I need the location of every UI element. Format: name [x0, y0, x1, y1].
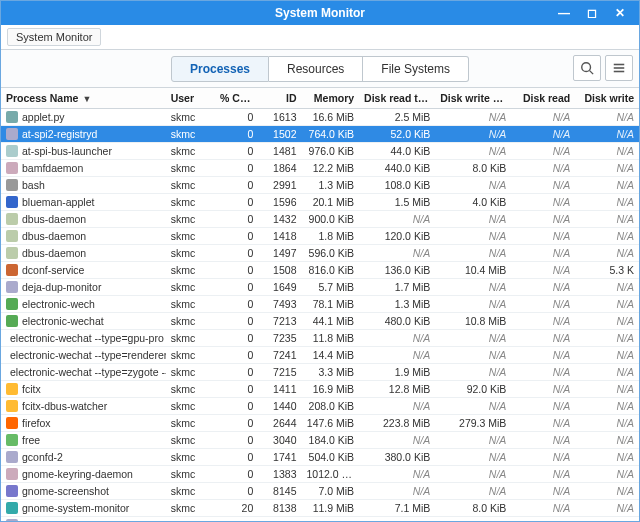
col-id[interactable]: ID — [258, 88, 301, 109]
cell-disk-write: N/A — [575, 160, 639, 177]
cell-id: 1741 — [258, 449, 301, 466]
cell-disk-read: N/A — [511, 109, 575, 126]
process-name-label: applet.py — [22, 111, 65, 123]
cell-disk-write: N/A — [575, 483, 639, 500]
cell-memory: 5.7 MiB — [301, 279, 359, 296]
table-row[interactable]: dbus-daemonskmc01497596.0 KiBN/AN/AN/AN/… — [1, 245, 639, 262]
table-row[interactable]: dbus-daemonskmc01432900.0 KiBN/AN/AN/AN/… — [1, 211, 639, 228]
cell-process-name: electronic-wechat — [1, 313, 166, 330]
process-name-label: at-spi-bus-launcher — [22, 145, 112, 157]
table-row[interactable]: at-spi2-registrydskmc01502764.0 KiB52.0 … — [1, 126, 639, 143]
cell-disk-write: N/A — [575, 296, 639, 313]
cell-user: skmc — [166, 262, 215, 279]
table-row[interactable]: freeskmc03040184.0 KiBN/AN/AN/AN/A — [1, 432, 639, 449]
col-cpu[interactable]: % CPU — [215, 88, 258, 109]
tab-filesystems[interactable]: File Systems — [363, 56, 469, 82]
col-user[interactable]: User — [166, 88, 215, 109]
cell-user: skmc — [166, 330, 215, 347]
cell-id: 1564 — [258, 517, 301, 522]
cell-disk-write: N/A — [575, 143, 639, 160]
table-row[interactable]: gvfs-afc-volume-monitorskmc01564880.0 Ki… — [1, 517, 639, 522]
cell-disk-write-total: N/A — [435, 177, 511, 194]
cell-cpu: 0 — [215, 449, 258, 466]
table-row[interactable]: gnome-system-monitorskmc20813811.9 MiB7.… — [1, 500, 639, 517]
col-process-name[interactable]: Process Name▼ — [1, 88, 166, 109]
table-row[interactable]: gnome-screenshotskmc081457.0 MiBN/AN/AN/… — [1, 483, 639, 500]
cell-cpu: 0 — [215, 109, 258, 126]
process-name-label: at-spi2-registryd — [22, 128, 97, 140]
cell-disk-write-total: N/A — [435, 466, 511, 483]
pathbar-label[interactable]: System Monitor — [7, 28, 101, 46]
col-disk-read-total[interactable]: Disk read total — [359, 88, 435, 109]
table-row[interactable]: fcitx-dbus-watcherskmc01440208.0 KiBN/AN… — [1, 398, 639, 415]
cell-disk-read: N/A — [511, 160, 575, 177]
table-row[interactable]: gnome-keyring-daemonskmc013831012.0 KiBN… — [1, 466, 639, 483]
cell-disk-write: N/A — [575, 211, 639, 228]
cell-process-name: electronic-wechat --type=gpu-pro — [1, 330, 166, 347]
table-row[interactable]: deja-dup-monitorskmc016495.7 MiB1.7 MiBN… — [1, 279, 639, 296]
table-row[interactable]: dconf-serviceskmc01508816.0 KiB136.0 KiB… — [1, 262, 639, 279]
cell-cpu: 0 — [215, 330, 258, 347]
table-row[interactable]: electronic-wechskmc0749378.1 MiB1.3 MiBN… — [1, 296, 639, 313]
table-row[interactable]: blueman-appletskmc0159620.1 MiB1.5 MiB4.… — [1, 194, 639, 211]
cell-disk-write: N/A — [575, 313, 639, 330]
process-name-label: blueman-applet — [22, 196, 94, 208]
process-icon — [6, 213, 18, 225]
cell-disk-write-total: N/A — [435, 228, 511, 245]
process-icon — [6, 145, 18, 157]
cell-user: skmc — [166, 177, 215, 194]
table-row[interactable]: electronic-wechat --type=zygote --skmc07… — [1, 364, 639, 381]
tab-resources[interactable]: Resources — [269, 56, 363, 82]
cell-user: skmc — [166, 483, 215, 500]
cell-process-name: blueman-applet — [1, 194, 166, 211]
table-row[interactable]: firefoxskmc02644147.6 MiB223.8 MiB279.3 … — [1, 415, 639, 432]
cell-disk-write: N/A — [575, 500, 639, 517]
process-name-label: dconf-service — [22, 264, 84, 276]
table-row[interactable]: electronic-wechat --type=rendererskmc072… — [1, 347, 639, 364]
cell-disk-write-total: N/A — [435, 449, 511, 466]
cell-memory: 976.0 KiB — [301, 143, 359, 160]
col-memory[interactable]: Memory — [301, 88, 359, 109]
menu-button[interactable] — [605, 55, 633, 81]
table-row[interactable]: electronic-wechatskmc0721344.1 MiB480.0 … — [1, 313, 639, 330]
cell-id: 1596 — [258, 194, 301, 211]
process-table-wrap[interactable]: Process Name▼ User % CPU ID Memory Disk … — [1, 88, 639, 521]
cell-user: skmc — [166, 313, 215, 330]
cell-disk-write-total: N/A — [435, 296, 511, 313]
cell-id: 1649 — [258, 279, 301, 296]
cell-disk-read-total: 1.7 MiB — [359, 279, 435, 296]
search-button[interactable] — [573, 55, 601, 81]
cell-cpu: 0 — [215, 194, 258, 211]
cell-disk-write-total: N/A — [435, 364, 511, 381]
cell-user: skmc — [166, 109, 215, 126]
cell-memory: 596.0 KiB — [301, 245, 359, 262]
table-row[interactable]: dbus-daemonskmc014181.8 MiB120.0 KiBN/AN… — [1, 228, 639, 245]
cell-memory: 208.0 KiB — [301, 398, 359, 415]
minimize-button[interactable]: — — [555, 4, 573, 22]
cell-disk-read-total: 480.0 KiB — [359, 313, 435, 330]
cell-disk-read-total: 108.0 KiB — [359, 177, 435, 194]
cell-user: skmc — [166, 347, 215, 364]
cell-memory: 12.2 MiB — [301, 160, 359, 177]
col-disk-read[interactable]: Disk read — [511, 88, 575, 109]
table-row[interactable]: applet.pyskmc0161316.6 MiB2.5 MiBN/AN/AN… — [1, 109, 639, 126]
table-row[interactable]: electronic-wechat --type=gpu-proskmc0723… — [1, 330, 639, 347]
col-disk-write-total[interactable]: Disk write tot. — [435, 88, 511, 109]
cell-process-name: dbus-daemon — [1, 245, 166, 262]
process-name-label: fcitx — [22, 383, 41, 395]
cell-process-name: at-spi2-registryd — [1, 126, 166, 143]
table-row[interactable]: bashskmc029911.3 MiB108.0 KiBN/AN/AN/A — [1, 177, 639, 194]
cell-disk-write-total: 10.8 MiB — [435, 313, 511, 330]
table-row[interactable]: gconfd-2skmc01741504.0 KiB380.0 KiBN/AN/… — [1, 449, 639, 466]
process-name-label: bash — [22, 179, 45, 191]
tab-processes[interactable]: Processes — [171, 56, 269, 82]
table-row[interactable]: at-spi-bus-launcherskmc01481976.0 KiB44.… — [1, 143, 639, 160]
table-row[interactable]: bamfdaemonskmc0186412.2 MiB440.0 KiB8.0 … — [1, 160, 639, 177]
window: System Monitor — ◻ ✕ System Monitor Proc… — [0, 0, 640, 522]
col-disk-write[interactable]: Disk write — [575, 88, 639, 109]
cell-disk-read-total: 1.9 MiB — [359, 364, 435, 381]
cell-user: skmc — [166, 500, 215, 517]
table-row[interactable]: fcitxskmc0141116.9 MiB12.8 MiB92.0 KiBN/… — [1, 381, 639, 398]
maximize-button[interactable]: ◻ — [583, 4, 601, 22]
close-button[interactable]: ✕ — [611, 4, 629, 22]
